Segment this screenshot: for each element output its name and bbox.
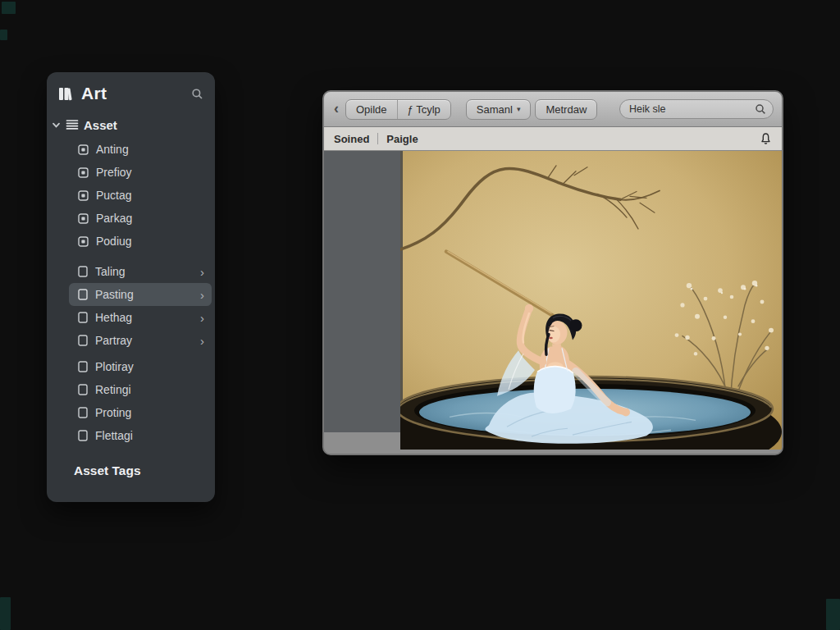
sidebar-tag-group-1: Anting Prefioy Puctag Parkag Podiug [47, 138, 215, 253]
file-icon [78, 289, 88, 300]
sidebar-item-flettagi[interactable]: Flettagi [69, 424, 212, 447]
file-icon [78, 335, 88, 346]
content-side-strip [324, 151, 400, 432]
sidebar-item-label: Flettagi [95, 429, 133, 442]
sidebar-title: Art [81, 84, 107, 103]
search-icon[interactable] [191, 88, 203, 100]
chevron-down-icon[interactable] [52, 121, 61, 130]
sidebar-tag-group-2: Taling › Pasting › Hethag › Partray › [47, 260, 215, 352]
chevron-right-icon: › [200, 335, 204, 347]
soined-menu-item[interactable]: Soined [334, 133, 369, 145]
toolbar-segment-2: Samanl ▾ Metrdaw [466, 99, 597, 120]
asset-tags-heading[interactable]: Asset Tags [74, 463, 215, 478]
asset-viewer-window: ‹ Opilde ƒ Tcylp Samanl ▾ Metrdaw Heik s… [322, 90, 783, 455]
opilde-button[interactable]: Opilde [346, 100, 397, 119]
search-input-value: Heik sle [629, 103, 755, 115]
divider [377, 133, 378, 144]
corner-mark [0, 30, 7, 40]
corner-mark [2, 2, 16, 14]
file-icon [78, 312, 88, 323]
button-label: Samanl [477, 103, 513, 116]
sidebar-item-label: Partray [95, 334, 132, 347]
button-label: Metrdaw [546, 103, 587, 116]
sidebar-root-label: Asset [84, 118, 117, 132]
tag-square-icon [78, 213, 89, 224]
tag-square-icon [78, 167, 89, 178]
button-label: Opilde [356, 103, 387, 116]
sidebar-tag-group-3: Plotiray Retingi Proting Flettagi [47, 355, 215, 447]
sidebar-item-label: Hethag [95, 311, 132, 324]
chevron-right-icon: › [200, 312, 204, 324]
sidebar-item-anting[interactable]: Anting [69, 138, 212, 161]
sidebar-item-proting[interactable]: Proting [69, 401, 212, 424]
bell-icon[interactable] [760, 132, 772, 145]
tcylp-button[interactable]: ƒ Tcylp [397, 100, 450, 119]
list-icon [66, 119, 79, 130]
sidebar-item-hethag[interactable]: Hethag › [69, 306, 212, 329]
sidebar-item-prefioy[interactable]: Prefioy [69, 161, 212, 184]
sidebar-item-label: Parkag [96, 212, 132, 225]
sidebar-item-label: Prefioy [96, 166, 132, 179]
asset-sidebar-panel: Art Asset Anting Prefioy Puctag Parkag [47, 72, 215, 502]
toolbar-segment-1: Opilde ƒ Tcylp [345, 99, 451, 120]
corner-mark [0, 597, 11, 630]
back-button[interactable]: ‹ [334, 100, 339, 117]
file-icon [78, 361, 88, 372]
tag-square-icon [78, 144, 89, 155]
sidebar-item-partray[interactable]: Partray › [69, 329, 212, 352]
artwork-image[interactable] [400, 151, 782, 454]
library-books-icon [57, 85, 74, 102]
sidebar-item-pasting[interactable]: Pasting › [69, 283, 212, 306]
corner-mark [826, 599, 840, 630]
viewer-toolbar: ‹ Opilde ƒ Tcylp Samanl ▾ Metrdaw Heik s… [324, 92, 782, 127]
viewer-content [324, 151, 782, 454]
sidebar-item-label: Puctag [96, 189, 132, 202]
file-icon [78, 407, 88, 418]
sidebar-item-asset-root[interactable]: Asset [47, 115, 215, 135]
caret-down-icon: ▾ [517, 106, 521, 113]
sidebar-item-label: Retingi [95, 383, 131, 396]
sidebar-item-plotiray[interactable]: Plotiray [69, 355, 212, 378]
search-input[interactable]: Heik sle [619, 99, 774, 119]
tag-square-icon [78, 190, 89, 201]
sidebar-item-parkag[interactable]: Parkag [69, 207, 212, 230]
samanl-dropdown-button[interactable]: Samanl ▾ [467, 100, 531, 119]
sidebar-item-label: Proting [95, 406, 131, 419]
sidebar-item-label: Podiug [96, 235, 132, 248]
sidebar-item-retingi[interactable]: Retingi [69, 378, 212, 401]
file-icon [78, 384, 88, 395]
sidebar-item-label: Pasting [95, 288, 134, 301]
tag-square-icon [78, 236, 89, 247]
sidebar-item-label: Taling [95, 265, 126, 278]
chevron-right-icon: › [200, 266, 204, 278]
sidebar-item-label: Anting [96, 143, 129, 156]
file-icon [78, 430, 88, 441]
sidebar-item-label: Plotiray [95, 360, 134, 373]
chevron-right-icon: › [200, 289, 204, 301]
paigle-menu-item[interactable]: Paigle [386, 133, 418, 145]
search-icon[interactable] [755, 103, 766, 115]
sidebar-item-taling[interactable]: Taling › [69, 260, 212, 283]
button-label: ƒ Tcylp [408, 103, 441, 116]
metrdaw-button[interactable]: Metrdaw [536, 100, 596, 119]
sidebar-item-podiug[interactable]: Podiug [69, 230, 212, 253]
viewer-subheader-bar: Soined Paigle [324, 127, 782, 151]
sidebar-header: Art [47, 72, 215, 110]
sidebar-item-puctag[interactable]: Puctag [69, 184, 212, 207]
file-icon [78, 266, 88, 277]
